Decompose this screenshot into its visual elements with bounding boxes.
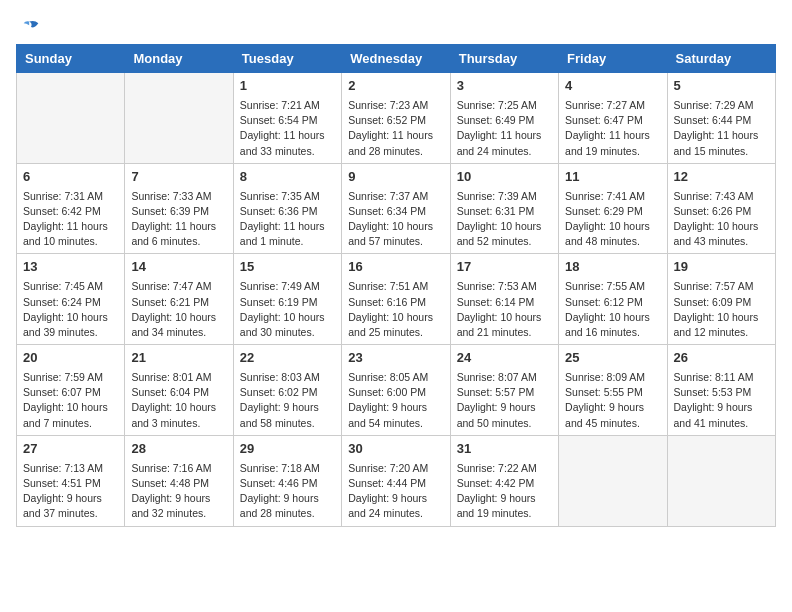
calendar-cell: 22Sunrise: 8:03 AMSunset: 6:02 PMDayligh… [233, 345, 341, 436]
calendar-cell: 27Sunrise: 7:13 AMSunset: 4:51 PMDayligh… [17, 435, 125, 526]
day-header-thursday: Thursday [450, 45, 558, 73]
calendar-week-4: 20Sunrise: 7:59 AMSunset: 6:07 PMDayligh… [17, 345, 776, 436]
day-info: Sunrise: 7:41 AMSunset: 6:29 PMDaylight:… [565, 189, 660, 250]
calendar-table: SundayMondayTuesdayWednesdayThursdayFrid… [16, 44, 776, 527]
day-info: Sunrise: 7:39 AMSunset: 6:31 PMDaylight:… [457, 189, 552, 250]
calendar-week-5: 27Sunrise: 7:13 AMSunset: 4:51 PMDayligh… [17, 435, 776, 526]
calendar-cell: 4Sunrise: 7:27 AMSunset: 6:47 PMDaylight… [559, 73, 667, 164]
day-number: 5 [674, 77, 769, 96]
day-header-friday: Friday [559, 45, 667, 73]
calendar-week-1: 1Sunrise: 7:21 AMSunset: 6:54 PMDaylight… [17, 73, 776, 164]
day-number: 17 [457, 258, 552, 277]
calendar-cell: 2Sunrise: 7:23 AMSunset: 6:52 PMDaylight… [342, 73, 450, 164]
day-info: Sunrise: 7:49 AMSunset: 6:19 PMDaylight:… [240, 279, 335, 340]
day-info: Sunrise: 7:22 AMSunset: 4:42 PMDaylight:… [457, 461, 552, 522]
day-number: 27 [23, 440, 118, 459]
calendar-cell [667, 435, 775, 526]
calendar-cell [559, 435, 667, 526]
day-info: Sunrise: 8:07 AMSunset: 5:57 PMDaylight:… [457, 370, 552, 431]
day-number: 2 [348, 77, 443, 96]
day-info: Sunrise: 7:51 AMSunset: 6:16 PMDaylight:… [348, 279, 443, 340]
day-number: 29 [240, 440, 335, 459]
day-info: Sunrise: 7:45 AMSunset: 6:24 PMDaylight:… [23, 279, 118, 340]
day-number: 30 [348, 440, 443, 459]
day-number: 3 [457, 77, 552, 96]
day-info: Sunrise: 7:18 AMSunset: 4:46 PMDaylight:… [240, 461, 335, 522]
day-info: Sunrise: 7:23 AMSunset: 6:52 PMDaylight:… [348, 98, 443, 159]
day-header-sunday: Sunday [17, 45, 125, 73]
calendar-cell: 31Sunrise: 7:22 AMSunset: 4:42 PMDayligh… [450, 435, 558, 526]
day-info: Sunrise: 7:47 AMSunset: 6:21 PMDaylight:… [131, 279, 226, 340]
day-number: 13 [23, 258, 118, 277]
day-info: Sunrise: 8:05 AMSunset: 6:00 PMDaylight:… [348, 370, 443, 431]
calendar-cell: 12Sunrise: 7:43 AMSunset: 6:26 PMDayligh… [667, 163, 775, 254]
day-info: Sunrise: 7:55 AMSunset: 6:12 PMDaylight:… [565, 279, 660, 340]
calendar-cell: 26Sunrise: 8:11 AMSunset: 5:53 PMDayligh… [667, 345, 775, 436]
day-number: 7 [131, 168, 226, 187]
calendar-cell: 6Sunrise: 7:31 AMSunset: 6:42 PMDaylight… [17, 163, 125, 254]
day-info: Sunrise: 7:29 AMSunset: 6:44 PMDaylight:… [674, 98, 769, 159]
day-info: Sunrise: 7:21 AMSunset: 6:54 PMDaylight:… [240, 98, 335, 159]
day-info: Sunrise: 7:35 AMSunset: 6:36 PMDaylight:… [240, 189, 335, 250]
calendar-cell: 11Sunrise: 7:41 AMSunset: 6:29 PMDayligh… [559, 163, 667, 254]
day-info: Sunrise: 7:27 AMSunset: 6:47 PMDaylight:… [565, 98, 660, 159]
day-number: 25 [565, 349, 660, 368]
day-info: Sunrise: 7:53 AMSunset: 6:14 PMDaylight:… [457, 279, 552, 340]
day-number: 22 [240, 349, 335, 368]
day-number: 16 [348, 258, 443, 277]
day-info: Sunrise: 7:33 AMSunset: 6:39 PMDaylight:… [131, 189, 226, 250]
day-info: Sunrise: 7:20 AMSunset: 4:44 PMDaylight:… [348, 461, 443, 522]
logo-bird-icon [20, 16, 42, 38]
calendar-cell: 9Sunrise: 7:37 AMSunset: 6:34 PMDaylight… [342, 163, 450, 254]
day-number: 1 [240, 77, 335, 96]
day-number: 10 [457, 168, 552, 187]
day-header-row: SundayMondayTuesdayWednesdayThursdayFrid… [17, 45, 776, 73]
calendar-cell: 19Sunrise: 7:57 AMSunset: 6:09 PMDayligh… [667, 254, 775, 345]
day-number: 28 [131, 440, 226, 459]
calendar-cell: 25Sunrise: 8:09 AMSunset: 5:55 PMDayligh… [559, 345, 667, 436]
calendar-cell: 28Sunrise: 7:16 AMSunset: 4:48 PMDayligh… [125, 435, 233, 526]
day-number: 18 [565, 258, 660, 277]
day-number: 23 [348, 349, 443, 368]
calendar-cell: 17Sunrise: 7:53 AMSunset: 6:14 PMDayligh… [450, 254, 558, 345]
day-info: Sunrise: 7:37 AMSunset: 6:34 PMDaylight:… [348, 189, 443, 250]
logo [16, 16, 42, 34]
day-info: Sunrise: 8:01 AMSunset: 6:04 PMDaylight:… [131, 370, 226, 431]
calendar-cell: 15Sunrise: 7:49 AMSunset: 6:19 PMDayligh… [233, 254, 341, 345]
calendar-cell: 21Sunrise: 8:01 AMSunset: 6:04 PMDayligh… [125, 345, 233, 436]
day-info: Sunrise: 8:09 AMSunset: 5:55 PMDaylight:… [565, 370, 660, 431]
day-info: Sunrise: 7:43 AMSunset: 6:26 PMDaylight:… [674, 189, 769, 250]
calendar-week-3: 13Sunrise: 7:45 AMSunset: 6:24 PMDayligh… [17, 254, 776, 345]
day-number: 15 [240, 258, 335, 277]
calendar-week-2: 6Sunrise: 7:31 AMSunset: 6:42 PMDaylight… [17, 163, 776, 254]
day-number: 20 [23, 349, 118, 368]
day-number: 8 [240, 168, 335, 187]
calendar-cell: 30Sunrise: 7:20 AMSunset: 4:44 PMDayligh… [342, 435, 450, 526]
calendar-cell: 18Sunrise: 7:55 AMSunset: 6:12 PMDayligh… [559, 254, 667, 345]
day-number: 19 [674, 258, 769, 277]
calendar-cell: 20Sunrise: 7:59 AMSunset: 6:07 PMDayligh… [17, 345, 125, 436]
day-header-monday: Monday [125, 45, 233, 73]
day-number: 26 [674, 349, 769, 368]
calendar-cell [17, 73, 125, 164]
calendar-cell: 23Sunrise: 8:05 AMSunset: 6:00 PMDayligh… [342, 345, 450, 436]
day-number: 21 [131, 349, 226, 368]
day-number: 11 [565, 168, 660, 187]
calendar-cell: 3Sunrise: 7:25 AMSunset: 6:49 PMDaylight… [450, 73, 558, 164]
day-info: Sunrise: 7:57 AMSunset: 6:09 PMDaylight:… [674, 279, 769, 340]
calendar-cell: 29Sunrise: 7:18 AMSunset: 4:46 PMDayligh… [233, 435, 341, 526]
calendar-body: 1Sunrise: 7:21 AMSunset: 6:54 PMDaylight… [17, 73, 776, 527]
calendar-header: SundayMondayTuesdayWednesdayThursdayFrid… [17, 45, 776, 73]
calendar-cell: 13Sunrise: 7:45 AMSunset: 6:24 PMDayligh… [17, 254, 125, 345]
calendar-cell: 7Sunrise: 7:33 AMSunset: 6:39 PMDaylight… [125, 163, 233, 254]
day-info: Sunrise: 7:31 AMSunset: 6:42 PMDaylight:… [23, 189, 118, 250]
day-number: 24 [457, 349, 552, 368]
day-header-tuesday: Tuesday [233, 45, 341, 73]
calendar-cell: 24Sunrise: 8:07 AMSunset: 5:57 PMDayligh… [450, 345, 558, 436]
calendar-cell: 1Sunrise: 7:21 AMSunset: 6:54 PMDaylight… [233, 73, 341, 164]
day-number: 14 [131, 258, 226, 277]
day-info: Sunrise: 8:11 AMSunset: 5:53 PMDaylight:… [674, 370, 769, 431]
day-number: 6 [23, 168, 118, 187]
day-header-wednesday: Wednesday [342, 45, 450, 73]
calendar-cell: 10Sunrise: 7:39 AMSunset: 6:31 PMDayligh… [450, 163, 558, 254]
